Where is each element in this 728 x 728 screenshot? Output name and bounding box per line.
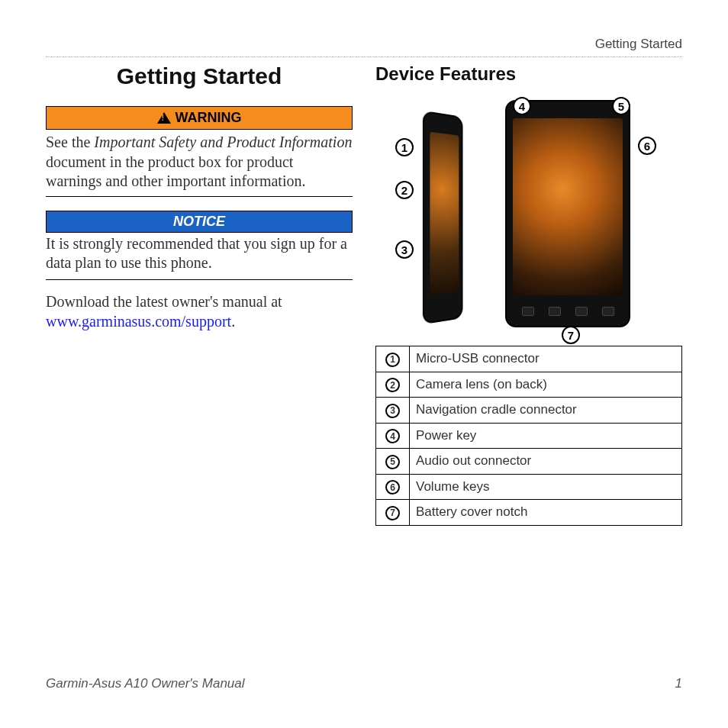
left-column: Getting Started WARNING See the Importan… [46, 63, 353, 526]
page-title: Getting Started [46, 63, 353, 89]
notice-banner: NOTICE [46, 211, 353, 233]
feature-label: Camera lens (on back) [410, 372, 682, 398]
feature-num: 7 [385, 506, 400, 520]
callout-3: 3 [395, 240, 414, 259]
content-columns: Getting Started WARNING See the Importan… [46, 63, 682, 526]
callout-1: 1 [395, 138, 414, 156]
table-row: 2 Camera lens (on back) [376, 372, 682, 398]
warning-text-post: document in the product box for product … [46, 153, 305, 190]
callout-4: 4 [513, 97, 531, 115]
phone-nav-buttons [514, 304, 621, 318]
download-post: . [231, 313, 235, 330]
feature-label: Micro-USB connector [410, 346, 682, 372]
feature-num: 2 [385, 378, 400, 392]
table-row: 6 Volume keys [376, 474, 682, 500]
warning-label: WARNING [176, 110, 242, 126]
nav-btn [549, 307, 561, 316]
device-diagram: 1 2 3 4 5 6 7 [375, 95, 682, 340]
page-number: 1 [675, 676, 682, 691]
callout-2: 2 [395, 181, 414, 199]
feature-num: 5 [385, 455, 400, 469]
phone-side-view [423, 111, 463, 325]
feature-num: 6 [385, 480, 400, 494]
warning-text-pre: See the [46, 134, 94, 150]
feature-num: 3 [385, 404, 400, 418]
table-row: 4 Power key [376, 423, 682, 449]
features-table: 1 Micro-USB connector 2 Camera lens (on … [375, 346, 682, 526]
nav-btn [522, 307, 534, 316]
download-text: Download the latest owner's manual at ww… [46, 292, 353, 331]
support-link[interactable]: www.garminasus.com/support [46, 313, 231, 330]
download-pre: Download the latest owner's manual at [46, 293, 282, 310]
nav-btn [575, 307, 588, 316]
page-footer: Garmin-Asus A10 Owner's Manual 1 [46, 676, 682, 691]
notice-text: It is strongly recommended that you sign… [46, 234, 353, 280]
nav-btn [602, 307, 614, 316]
warning-banner: WARNING [46, 106, 353, 130]
table-row: 1 Micro-USB connector [376, 346, 682, 372]
warning-triangle-icon [157, 112, 171, 124]
table-row: 5 Audio out connector [376, 449, 682, 475]
table-row: 7 Battery cover notch [376, 500, 682, 526]
phone-front-view [505, 100, 630, 327]
callout-7: 7 [562, 326, 580, 344]
feature-num: 4 [385, 429, 400, 443]
phone-side-screen [430, 132, 459, 295]
feature-label: Navigation cradle connector [410, 398, 682, 424]
device-features-title: Device Features [375, 63, 682, 85]
running-header: Getting Started [46, 37, 682, 56]
feature-label: Battery cover notch [410, 500, 682, 526]
manual-title: Garmin-Asus A10 Owner's Manual [46, 676, 245, 691]
right-column: Device Features 1 2 3 4 5 6 7 [375, 63, 682, 526]
warning-text-em: Important Safety and Product Information [94, 134, 352, 150]
warning-text: See the Important Safety and Product Inf… [46, 133, 353, 197]
callout-6: 6 [638, 137, 656, 155]
phone-front-screen [513, 118, 623, 295]
feature-num: 1 [385, 353, 400, 367]
header-separator [46, 56, 682, 57]
feature-label: Volume keys [410, 474, 682, 500]
feature-label: Audio out connector [410, 449, 682, 475]
callout-5: 5 [612, 97, 630, 115]
table-row: 3 Navigation cradle connector [376, 398, 682, 424]
feature-label: Power key [410, 423, 682, 449]
